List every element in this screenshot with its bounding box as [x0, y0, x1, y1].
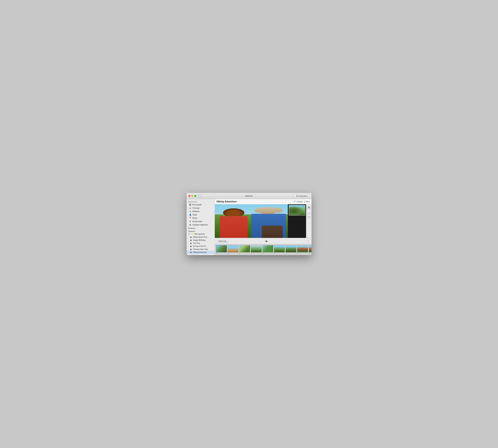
- places-icon: 📍: [189, 217, 192, 219]
- folder-label: Мої проекти: [195, 233, 205, 235]
- close-button[interactable]: [188, 195, 190, 197]
- project-label: On top of the W…: [193, 245, 208, 247]
- project-label: Chinese New Year: [193, 248, 208, 250]
- project-label: The Pup: [193, 242, 200, 244]
- fullscreen-icon: ⬜: [306, 240, 309, 242]
- slideshow-icon: ▦: [190, 239, 192, 241]
- sidebar: Бібліотека 🖼 Фотографії ◎ Спогади ♥ Вибр…: [187, 199, 215, 255]
- play-icon: ▶: [266, 239, 268, 243]
- content-header: Hiking Adventure 47 слайдів · 3:49хв: [215, 199, 312, 204]
- titlebar: ‹ Проекти Експортувати: [187, 193, 312, 199]
- thumb-image: [289, 205, 305, 216]
- my-projects-folder[interactable]: ▾ 📁 Мої проекти: [187, 233, 215, 236]
- slideshow-icon: ▦: [190, 245, 192, 247]
- filmstrip-thumb-5[interactable]: 5: [262, 245, 273, 254]
- project-birthday[interactable]: ▦ Happy Birthday…: [187, 239, 215, 242]
- minimize-button[interactable]: [191, 195, 193, 197]
- traffic-lights: [188, 195, 196, 197]
- project-label: Alaska Book Proj…: [193, 236, 209, 238]
- music-button[interactable]: ♪: [307, 210, 311, 214]
- back-button[interactable]: ‹: [198, 194, 202, 197]
- preview-button[interactable]: Перегляд: [217, 239, 228, 243]
- project-mountain[interactable]: ▦ On top of the W…: [187, 245, 215, 248]
- slideshow-icon: ▦: [190, 236, 192, 238]
- folder-icon: 📁: [192, 233, 194, 235]
- music-icon: ♪: [308, 211, 309, 213]
- slideshow-view-button[interactable]: ▦: [307, 205, 311, 209]
- bottom-bar: Перегляд ▶ ⬜: [215, 238, 312, 244]
- main-photo: [215, 204, 288, 238]
- sidebar-item-recently-deleted[interactable]: 🗑 Недавно видалені: [187, 223, 215, 226]
- filmstrip-thumb-4[interactable]: 4: [251, 245, 262, 254]
- project-alaska[interactable]: ▦ Alaska Book Proj…: [187, 236, 215, 239]
- imported-icon: ⬇: [189, 220, 192, 223]
- sidebar-item-label: Місця: [192, 217, 197, 219]
- sidebar-item-places[interactable]: 📍 Місця: [187, 216, 215, 220]
- app-window: ‹ Проекти Експортувати Бібліотека 🖼 Фото…: [187, 193, 312, 255]
- fullscreen-button[interactable]: ⬜: [305, 239, 310, 243]
- sidebar-item-photos[interactable]: 🖼 Фотографії: [187, 203, 215, 206]
- filmstrip-thumb-6[interactable]: 6: [274, 245, 285, 254]
- filmstrip-thumb-7[interactable]: 7: [285, 245, 297, 254]
- favorites-icon: ♥: [189, 210, 192, 213]
- back-icon: ‹: [199, 195, 200, 197]
- project-pup[interactable]: ▦ The Pup: [187, 242, 215, 245]
- filmstrip-thumb-8[interactable]: 8: [297, 245, 308, 254]
- thumbnail-preview: [288, 204, 306, 238]
- timer-button[interactable]: ⏱: [307, 215, 311, 219]
- filmstrip-thumb-9[interactable]: 9: [309, 245, 312, 254]
- filmstrip-thumb-1[interactable]: 1: [216, 245, 227, 254]
- slideshow-icon: ▦: [190, 242, 192, 244]
- projects-header: Проекти: [187, 229, 215, 233]
- library-header: Бібліотека: [187, 200, 215, 203]
- project-label: Hiking Adventure: [193, 251, 207, 253]
- chevron-down-icon: ▾: [188, 233, 191, 235]
- slideshow-icon: ▦: [190, 248, 192, 250]
- filmstrip-thumb-3[interactable]: 3: [239, 245, 250, 254]
- sidebar-item-memories[interactable]: ◎ Спогади: [187, 206, 215, 210]
- trash-icon: 🗑: [189, 224, 192, 226]
- play-button[interactable]: ▶: [265, 239, 269, 243]
- sidebar-item-label: Недавно видалені: [192, 224, 208, 226]
- slideshow-icon: ▦: [190, 251, 192, 253]
- timer-icon: ⏱: [308, 216, 310, 218]
- export-button[interactable]: Експортувати: [294, 194, 310, 198]
- content-area: Hiking Adventure 47 слайдів · 3:49хв: [215, 199, 312, 255]
- memories-icon: ◎: [189, 207, 192, 209]
- project-hiking[interactable]: ▦ Hiking Adventure: [187, 251, 215, 254]
- slideshow-icon: ▦: [308, 206, 310, 208]
- main-layout: Бібліотека 🖼 Фотографії ◎ Спогади ♥ Вибр…: [187, 199, 312, 255]
- sidebar-item-label: Імпортовані: [192, 220, 202, 223]
- couple-photo: [215, 204, 288, 238]
- photos-icon: 🖼: [189, 203, 192, 206]
- sidebar-item-favorites[interactable]: ♥ Вибране: [187, 210, 215, 213]
- right-tools: ▦ ♪ ⏱: [306, 204, 312, 238]
- sidebar-item-people[interactable]: 👤 Люди: [187, 213, 215, 216]
- sidebar-item-label: Люди: [192, 214, 197, 216]
- collections-header: Колекції: [187, 226, 215, 229]
- slide-info: 47 слайдів · 3:49хв: [294, 201, 310, 203]
- filmstrip: 1 2 3 4 5: [215, 244, 312, 255]
- sidebar-item-label: Фотографії: [192, 204, 202, 206]
- project-chinese-new-year[interactable]: ▦ Chinese New Year: [187, 248, 215, 251]
- project-title: Hiking Adventure: [217, 200, 237, 203]
- sidebar-item-label: Вибране: [192, 210, 200, 212]
- preview-area: [215, 204, 306, 238]
- window-title: Проекти: [245, 195, 253, 197]
- filmstrip-thumb-2[interactable]: 2: [228, 245, 239, 254]
- sidebar-item-imported[interactable]: ⬇ Імпортовані: [187, 220, 215, 223]
- sidebar-item-label: Спогади: [192, 207, 199, 209]
- project-label: Happy Birthday…: [193, 239, 207, 241]
- people-icon: 👤: [189, 213, 192, 216]
- maximize-button[interactable]: [194, 195, 196, 197]
